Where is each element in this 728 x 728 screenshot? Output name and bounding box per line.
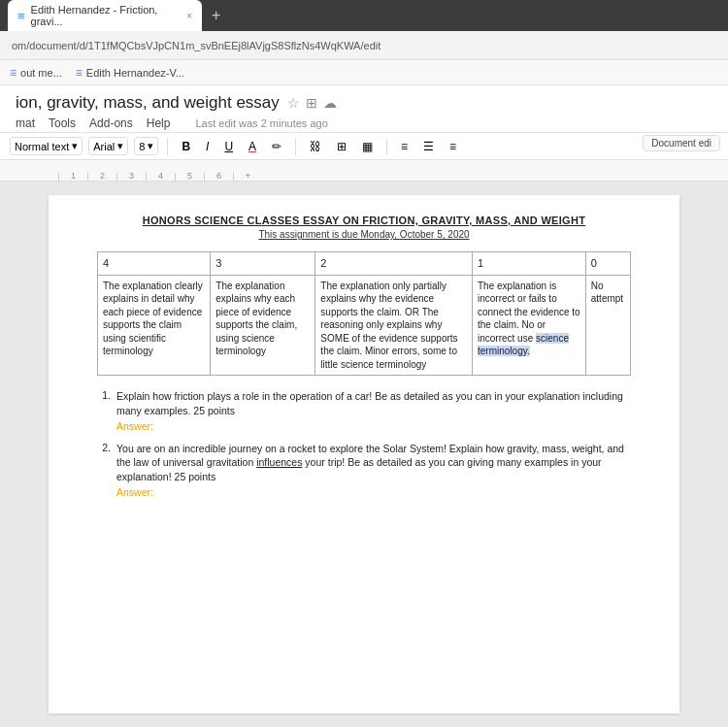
bookmark-icon-2: ≡	[76, 66, 83, 80]
rubric-cell-1-text: The explanation is incorrect or fails to…	[478, 281, 580, 357]
q2-number: 2.	[97, 442, 111, 498]
formatting-toolbar: Normal text ▾ Arial ▾ 8 ▾ B I U A ✏ ⛓ ⊞ …	[0, 133, 728, 160]
tab-bar: ≡ Edith Hernandez - Friction, gravi... ×…	[0, 0, 728, 31]
menu-format[interactable]: mat	[16, 116, 35, 130]
bookmark-label-2: Edith Hernandez-V...	[86, 67, 184, 79]
ruler-marks: 1 2 3 4 5 6 +	[58, 160, 262, 181]
rubric-cell-2: The explanation only partially explains …	[315, 275, 473, 376]
question-1: 1. Explain how friction plays a role in …	[97, 389, 631, 431]
question-2: 2. You are on an incredible journey on a…	[97, 442, 631, 498]
doc-title: ion, gravity, mass, and weight essay	[16, 93, 280, 113]
bookmark-icon-1: ≡	[10, 66, 17, 80]
title-row: ion, gravity, mass, and weight essay ☆ ⊞…	[16, 93, 712, 113]
ruler-mark-5: 5	[175, 173, 204, 181]
doc-content-area: HONORS SCIENCE CLASSES ESSAY ON FRICTION…	[0, 182, 728, 727]
doc-header: ion, gravity, mass, and weight essay ☆ ⊞…	[0, 85, 728, 133]
cloud-icon[interactable]: ☁	[323, 95, 337, 111]
ruler-mark-7: +	[233, 173, 262, 181]
size-selector[interactable]: 8 ▾	[134, 137, 158, 155]
docs-icon: ≡	[17, 9, 25, 23]
q1-number: 1.	[97, 389, 111, 431]
style-selector[interactable]: Normal text ▾	[10, 137, 83, 155]
font-color-button[interactable]: A	[244, 138, 261, 155]
align-center-button[interactable]: ☰	[418, 138, 439, 155]
active-tab[interactable]: ≡ Edith Hernandez - Friction, gravi... ×	[8, 0, 202, 31]
last-edit-text: Last edit was 2 minutes ago	[195, 117, 327, 129]
size-dropdown-icon: ▾	[148, 140, 153, 152]
q1-text: Explain how friction plays a role in the…	[116, 389, 631, 417]
rubric-header-row: 4 3 2 1 0	[98, 252, 631, 276]
q2-underline-text: influences	[256, 456, 302, 468]
rubric-cell-4: The explanation clearly explains in deta…	[98, 275, 211, 376]
q2-answer-label: Answer:	[116, 486, 631, 498]
doc-page: HONORS SCIENCE CLASSES ESSAY ON FRICTION…	[49, 195, 679, 713]
essay-title: HONORS SCIENCE CLASSES ESSAY ON FRICTION…	[97, 215, 631, 226]
divider-1	[167, 138, 168, 155]
folder-icon[interactable]: ⊞	[306, 95, 317, 111]
ruler-mark-4: 4	[146, 173, 175, 181]
font-selector[interactable]: Arial ▾	[88, 137, 128, 155]
q2-content: You are on an incredible journey on a ro…	[116, 442, 631, 498]
link-button[interactable]: ⛓	[305, 138, 326, 155]
tab-title: Edith Hernandez - Friction, gravi...	[31, 4, 182, 27]
col-header-1: 1	[473, 252, 586, 276]
rubric-cell-1: The explanation is incorrect or fails to…	[473, 275, 586, 376]
bookmarks-bar: ≡ out me... ≡ Edith Hernandez-V...	[0, 60, 728, 85]
rubric-cell-3: The explanation explains why each piece …	[211, 275, 315, 376]
table-button[interactable]: ▦	[357, 138, 378, 155]
q2-text: You are on an incredible journey on a ro…	[116, 442, 631, 484]
font-dropdown-icon: ▾	[117, 140, 123, 152]
size-label: 8	[139, 141, 145, 152]
col-header-0: 0	[585, 252, 630, 276]
ruler-mark-6: 6	[204, 173, 233, 181]
ruler-mark-2: 2	[87, 173, 116, 181]
ruler-mark-1: 1	[58, 173, 87, 181]
font-label: Arial	[93, 141, 115, 152]
bookmark-label-1: out me...	[20, 67, 62, 79]
q1-answer-label: Answer:	[116, 420, 631, 432]
questions-section: 1. Explain how friction plays a role in …	[97, 389, 631, 497]
star-icon[interactable]: ☆	[287, 95, 300, 111]
new-tab-button[interactable]: +	[212, 7, 220, 24]
highlight-button[interactable]: ✏	[267, 138, 286, 155]
bookmark-edith[interactable]: ≡ Edith Hernandez-V...	[76, 66, 184, 80]
ruler-mark-3: 3	[116, 173, 146, 181]
menu-tools[interactable]: Tools	[49, 116, 76, 130]
col-header-3: 3	[211, 252, 315, 276]
style-label: Normal text	[15, 141, 69, 152]
col-header-4: 4	[98, 252, 211, 276]
address-bar[interactable]: om/document/d/1T1fMQCbsVJpCN1m_svBnEEj8l…	[0, 31, 728, 60]
divider-2	[295, 138, 296, 155]
ruler: 1 2 3 4 5 6 +	[0, 160, 728, 182]
tab-close-button[interactable]: ×	[186, 11, 192, 21]
italic-button[interactable]: I	[201, 138, 214, 155]
bookmark-about[interactable]: ≡ out me...	[10, 66, 62, 80]
essay-subtitle: This assignment is due Monday, October 5…	[97, 229, 631, 240]
align-left-button[interactable]: ≡	[396, 138, 413, 155]
highlighted-text: science terminology.	[478, 333, 569, 357]
rubric-table: 4 3 2 1 0 The explanation clearly explai…	[97, 251, 631, 376]
divider-3	[386, 138, 387, 155]
image-button[interactable]: ⊞	[332, 138, 351, 155]
rubric-cell-0: No attempt	[585, 275, 630, 376]
q1-content: Explain how friction plays a role in the…	[116, 389, 631, 431]
col-header-2: 2	[315, 252, 473, 276]
document-edit-badge: Document edi	[643, 135, 720, 151]
menu-addons[interactable]: Add-ons	[89, 116, 133, 130]
browser-chrome: ≡ Edith Hernandez - Friction, gravi... ×…	[0, 0, 728, 85]
menu-row: mat Tools Add-ons Help Last edit was 2 m…	[16, 116, 712, 130]
url-text: om/document/d/1T1fMQCbsVJpCN1m_svBnEEj8l…	[12, 40, 381, 51]
title-icons: ☆ ⊞ ☁	[287, 95, 337, 111]
rubric-data-row: The explanation clearly explains in deta…	[98, 275, 631, 376]
menu-help[interactable]: Help	[147, 116, 171, 130]
align-right-button[interactable]: ≡	[445, 138, 461, 155]
bold-button[interactable]: B	[177, 138, 195, 155]
underline-button[interactable]: U	[219, 138, 238, 155]
style-dropdown-icon: ▾	[72, 140, 78, 152]
